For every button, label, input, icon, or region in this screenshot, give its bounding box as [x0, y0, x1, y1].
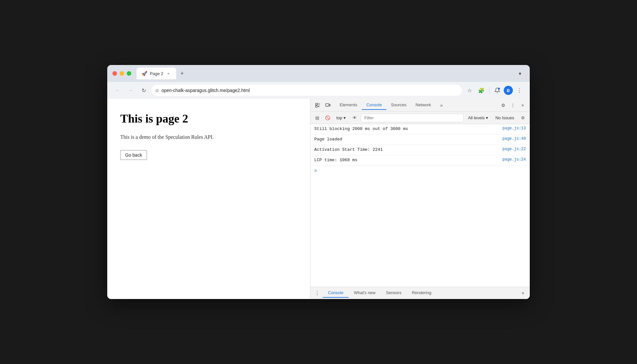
devtools-top-bar: Elements Console Sources Network » ⚙ ⋮ ×: [310, 99, 530, 112]
menu-button[interactable]: ⋮: [514, 85, 525, 96]
browser-tab[interactable]: 🚀 Page 2 ×: [136, 68, 176, 79]
svg-rect-3: [316, 106, 317, 107]
svg-rect-6: [326, 104, 329, 106]
console-message-2: Activation Start Time: 2241: [314, 147, 499, 153]
devtools-panel: Elements Console Sources Network » ⚙ ⋮ ×…: [310, 99, 530, 299]
console-toolbar: ▤ 🚫 top ▾ 👁 All levels ▾ No Issues ⚙: [310, 112, 530, 124]
console-message-1: Page loaded: [314, 136, 499, 142]
notifications-button[interactable]: [492, 85, 502, 96]
tab-title: Page 2: [150, 71, 163, 76]
more-tabs-button[interactable]: »: [437, 101, 446, 110]
svg-rect-1: [316, 103, 317, 105]
console-source-1[interactable]: page.js:40: [502, 136, 526, 141]
browser-window: 🚀 Page 2 × + ▾ ← → ↻ ⊙ open-chalk-aspara…: [107, 65, 530, 299]
svg-rect-2: [318, 103, 319, 105]
page-description: This is a demo of the Speculation Rules …: [120, 133, 297, 141]
console-settings-button[interactable]: ⚙: [519, 114, 527, 122]
nav-divider: [489, 87, 489, 94]
console-message-0: Still blocking 2000 ms out of 3000 ms: [314, 126, 499, 132]
devtools-settings-button[interactable]: ⚙: [499, 101, 508, 110]
console-entry-0: Still blocking 2000 ms out of 3000 ms pa…: [310, 124, 530, 135]
console-prompt[interactable]: >: [310, 166, 530, 176]
tab-bar: 🚀 Page 2 × + ▾: [136, 68, 525, 79]
levels-label: All levels: [468, 115, 485, 120]
console-source-2[interactable]: page.js:22: [502, 147, 526, 151]
forward-button[interactable]: →: [125, 85, 136, 96]
console-content: Still blocking 2000 ms out of 3000 ms pa…: [310, 124, 530, 287]
bottom-close-button[interactable]: ×: [519, 289, 527, 297]
device-mode-button[interactable]: [323, 101, 332, 110]
console-message-3: LCP time: 1068 ms: [314, 157, 499, 163]
console-entry-2: Activation Start Time: 2241 page.js:22: [310, 145, 530, 155]
console-source-3[interactable]: page.js:24: [502, 157, 526, 162]
inspect-element-button[interactable]: [313, 101, 322, 110]
svg-point-0: [498, 88, 500, 90]
page-content: This is page 2 This is a demo of the Spe…: [107, 99, 310, 299]
levels-selector[interactable]: All levels ▾: [465, 114, 491, 121]
network-tab[interactable]: Network: [411, 100, 436, 110]
address-bar[interactable]: ⊙ open-chalk-asparagus.glitch.me/page2.h…: [151, 85, 462, 96]
close-window-button[interactable]: [112, 71, 117, 76]
page-title: This is page 2: [120, 112, 297, 125]
traffic-lights: [112, 71, 131, 76]
console-tab[interactable]: Console: [362, 100, 386, 110]
context-label: top: [336, 115, 342, 120]
no-issues-label: No Issues: [493, 115, 517, 120]
bottom-tab-whats-new[interactable]: What's new: [349, 288, 381, 298]
content-area: This is page 2 This is a demo of the Spe…: [107, 99, 530, 299]
reload-button[interactable]: ↻: [138, 85, 149, 96]
profile-button[interactable]: B: [504, 86, 513, 95]
url-text: open-chalk-asparagus.glitch.me/page2.htm…: [162, 88, 458, 93]
security-icon: ⊙: [155, 88, 159, 93]
tab-favicon: 🚀: [142, 71, 147, 76]
console-eye-button[interactable]: 👁: [350, 114, 359, 122]
nav-bar: ← → ↻ ⊙ open-chalk-asparagus.glitch.me/p…: [107, 82, 530, 99]
tab-close-button[interactable]: ×: [166, 71, 171, 76]
context-selector[interactable]: top ▾: [334, 114, 348, 121]
levels-arrow-icon: ▾: [486, 115, 488, 120]
context-arrow-icon: ▾: [344, 115, 346, 120]
title-bar: 🚀 Page 2 × + ▾: [107, 65, 530, 82]
devtools-close-button[interactable]: ×: [518, 101, 527, 110]
extensions-button[interactable]: 🧩: [476, 85, 487, 96]
console-sidebar-button[interactable]: ▤: [313, 114, 321, 122]
devtools-more-button[interactable]: ⋮: [508, 101, 517, 110]
bottom-menu-button[interactable]: ⋮: [313, 289, 321, 297]
elements-tab[interactable]: Elements: [335, 100, 362, 110]
svg-rect-7: [329, 104, 330, 106]
maximize-window-button[interactable]: [127, 71, 131, 76]
back-button[interactable]: ←: [112, 85, 123, 96]
console-filter-input[interactable]: [361, 114, 463, 122]
devtools-tabs: Elements Console Sources Network: [335, 100, 436, 110]
console-entry-1: Page loaded page.js:40: [310, 135, 530, 145]
go-back-button[interactable]: Go back: [120, 150, 147, 160]
bottom-tab-console[interactable]: Console: [323, 288, 349, 298]
bookmark-button[interactable]: ☆: [464, 85, 475, 96]
minimize-window-button[interactable]: [120, 71, 124, 76]
bottom-tab-sensors[interactable]: Sensors: [381, 288, 407, 298]
console-clear-button[interactable]: 🚫: [323, 114, 332, 122]
bottom-tab-rendering[interactable]: Rendering: [407, 288, 436, 298]
sources-tab[interactable]: Sources: [386, 100, 411, 110]
console-entry-3: LCP time: 1068 ms page.js:24: [310, 155, 530, 166]
devtools-top-actions: ⚙ ⋮ ×: [499, 101, 527, 110]
new-tab-button[interactable]: +: [177, 69, 187, 78]
tab-list-button[interactable]: ▾: [515, 69, 525, 78]
console-chevron-icon: >: [314, 168, 317, 174]
nav-actions: ☆ 🧩 B ⋮: [464, 85, 525, 96]
devtools-bottom-bar: ⋮ Console What's new Sensors Rendering ×: [310, 287, 530, 299]
console-source-0[interactable]: page.js:13: [502, 126, 526, 131]
